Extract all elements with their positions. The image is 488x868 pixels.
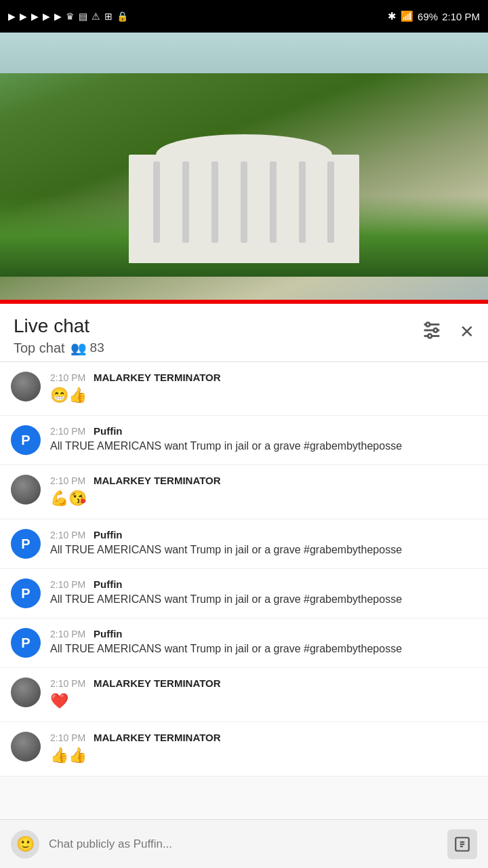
message-meta: 2:10 PM MALARKEY TERMINATOR	[50, 732, 477, 743]
chat-message: 2:10 PM MALARKEY TERMINATOR 💪😘	[0, 465, 488, 519]
building	[129, 155, 359, 263]
time-display: 2:10 PM	[442, 11, 480, 22]
message-meta: 2:10 PM MALARKEY TERMINATOR	[50, 372, 477, 383]
message-author: MALARKEY TERMINATOR	[94, 677, 221, 689]
chat-message: P 2:10 PM Puffin All TRUE AMERICANS want…	[0, 416, 488, 465]
message-emoji: 💪😘	[50, 490, 87, 507]
message-body: 2:10 PM Puffin All TRUE AMERICANS want T…	[50, 529, 477, 557]
message-meta: 2:10 PM Puffin	[50, 578, 477, 590]
message-text: 💪😘	[50, 488, 477, 509]
app-icon-1: ▶	[8, 11, 16, 22]
message-body: 2:10 PM Puffin All TRUE AMERICANS want T…	[50, 425, 477, 454]
building-columns	[142, 161, 346, 243]
emoji-button[interactable]: 🙂	[11, 830, 39, 859]
message-text: ❤️	[50, 691, 477, 712]
viewer-number: 83	[90, 340, 104, 355]
send-button[interactable]	[447, 829, 477, 859]
close-button[interactable]: ✕	[460, 321, 474, 342]
message-author: Puffin	[94, 578, 123, 590]
chat-header: Live chat Top chat 👥 83 ✕	[0, 304, 488, 362]
message-body: 2:10 PM MALARKEY TERMINATOR ❤️	[50, 677, 477, 712]
chat-header-right: ✕	[420, 319, 474, 344]
avatar	[11, 475, 41, 505]
live-chat-title: Live chat	[14, 315, 104, 338]
message-meta: 2:10 PM MALARKEY TERMINATOR	[50, 677, 477, 689]
message-meta: 2:10 PM MALARKEY TERMINATOR	[50, 475, 477, 486]
filter-button[interactable]	[420, 319, 443, 344]
message-author: Puffin	[94, 628, 123, 639]
message-time: 2:10 PM	[50, 372, 85, 383]
video-player[interactable]	[0, 33, 488, 304]
app-icon-folder: ▤	[79, 11, 87, 22]
svg-point-5	[428, 334, 432, 338]
chat-message: P 2:10 PM Puffin All TRUE AMERICANS want…	[0, 569, 488, 618]
app-icon-crown: ♛	[66, 11, 75, 22]
app-icon-5: ▶	[54, 11, 62, 22]
message-emoji: 👍👍	[50, 747, 87, 764]
message-text: 😁👍	[50, 385, 477, 406]
message-time: 2:10 PM	[50, 475, 85, 486]
svg-point-4	[434, 328, 438, 332]
message-emoji: 😁👍	[50, 387, 87, 403]
status-system-info: ✱ 📶 69% 2:10 PM	[388, 10, 480, 22]
top-chat-label[interactable]: Top chat	[14, 340, 65, 356]
message-text: All TRUE AMERICANS want Trump in jail or…	[50, 439, 477, 454]
avatar: P	[11, 628, 41, 658]
message-author: Puffin	[94, 425, 123, 437]
message-time: 2:10 PM	[50, 732, 85, 743]
status-bar: ▶ ▶ ▶ ▶ ▶ ♛ ▤ ⚠ ⊞ 🔒 ✱ 📶 69% 2:10 PM	[0, 0, 488, 33]
chat-message: 2:10 PM MALARKEY TERMINATOR 😁👍	[0, 362, 488, 416]
app-icon-warning: ⚠	[92, 11, 100, 22]
message-body: 2:10 PM MALARKEY TERMINATOR 😁👍	[50, 372, 477, 406]
chat-messages-list: 2:10 PM MALARKEY TERMINATOR 😁👍 P 2:10 PM…	[0, 362, 488, 825]
message-author: MALARKEY TERMINATOR	[94, 732, 221, 743]
message-author: MALARKEY TERMINATOR	[94, 372, 221, 383]
message-time: 2:10 PM	[50, 530, 85, 540]
chat-message: 2:10 PM MALARKEY TERMINATOR 👍👍	[0, 722, 488, 776]
bluetooth-icon: ✱	[388, 10, 396, 22]
avatar: P	[11, 529, 41, 559]
message-time: 2:10 PM	[50, 426, 85, 437]
avatar: P	[11, 425, 41, 455]
message-text: All TRUE AMERICANS want Trump in jail or…	[50, 542, 477, 557]
avatar: P	[11, 578, 41, 608]
message-text: All TRUE AMERICANS want Trump in jail or…	[50, 592, 477, 607]
viewer-count: 👥 83	[70, 340, 104, 356]
chat-message: P 2:10 PM Puffin All TRUE AMERICANS want…	[0, 519, 488, 569]
app-icon-2: ▶	[20, 11, 27, 22]
message-author: MALARKEY TERMINATOR	[94, 475, 221, 486]
message-meta: 2:10 PM Puffin	[50, 425, 477, 437]
sky-bg	[0, 33, 488, 73]
message-text: 👍👍	[50, 745, 477, 766]
app-icon-image: ⊞	[104, 11, 113, 22]
app-icon-lock: 🔒	[117, 11, 128, 22]
message-meta: 2:10 PM Puffin	[50, 529, 477, 540]
chat-message: P 2:10 PM Puffin All TRUE AMERICANS want…	[0, 618, 488, 668]
message-body: 2:10 PM Puffin All TRUE AMERICANS want T…	[50, 578, 477, 607]
message-text: All TRUE AMERICANS want Trump in jail or…	[50, 642, 477, 656]
chat-input[interactable]	[49, 837, 438, 851]
status-icons-left: ▶ ▶ ▶ ▶ ▶ ♛ ▤ ⚠ ⊞ 🔒	[8, 11, 128, 22]
wifi-icon: 📶	[401, 10, 413, 22]
app-icon-4: ▶	[43, 11, 50, 22]
message-time: 2:10 PM	[50, 629, 85, 639]
chat-message: 2:10 PM MALARKEY TERMINATOR ❤️	[0, 668, 488, 722]
avatar	[11, 372, 41, 401]
avatar	[11, 732, 41, 762]
message-body: 2:10 PM MALARKEY TERMINATOR 👍👍	[50, 732, 477, 766]
message-time: 2:10 PM	[50, 678, 85, 689]
message-body: 2:10 PM Puffin All TRUE AMERICANS want T…	[50, 628, 477, 656]
battery-level: 69%	[418, 11, 438, 22]
chat-header-left: Live chat Top chat 👥 83	[14, 315, 104, 356]
message-meta: 2:10 PM Puffin	[50, 628, 477, 639]
message-time: 2:10 PM	[50, 579, 85, 590]
svg-point-3	[426, 323, 430, 327]
top-chat-row: Top chat 👥 83	[14, 340, 104, 356]
avatar	[11, 677, 41, 707]
message-author: Puffin	[94, 529, 123, 540]
people-icon: 👥	[70, 340, 87, 356]
message-body: 2:10 PM MALARKEY TERMINATOR 💪😘	[50, 475, 477, 509]
message-emoji: ❤️	[50, 692, 68, 709]
app-icon-3: ▶	[31, 11, 39, 22]
emoji-icon: 🙂	[16, 835, 35, 853]
